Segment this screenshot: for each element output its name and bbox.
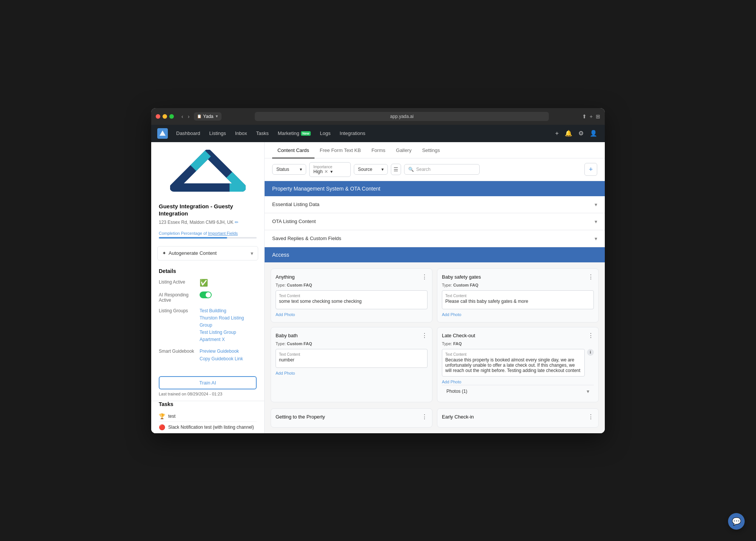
nav-listings[interactable]: Listings: [206, 128, 230, 138]
task-icon-trophy: 🏆: [159, 413, 165, 419]
card-baby-gates-title: Baby safety gates: [442, 274, 481, 280]
search-box[interactable]: 🔍 Search: [404, 164, 480, 175]
add-button[interactable]: +: [584, 163, 597, 176]
sidebar: Guesty Integration - Guesty Integration …: [151, 142, 265, 433]
add-photo-link-3[interactable]: Add Photo: [276, 371, 295, 375]
share-icon[interactable]: ⬆: [582, 113, 587, 119]
forward-button[interactable]: ›: [186, 113, 191, 120]
content-area: Content Cards Free Form Text KB Forms Ga…: [265, 142, 605, 433]
property-address: 123 Essex Rd, Maldon CM9 6JH, UK ✏: [151, 220, 264, 229]
tasks-section: Tasks 🏆 test 🔴 Slack Notification test (…: [151, 401, 264, 433]
gear-icon[interactable]: ⚙: [577, 128, 585, 138]
add-photo-link-2[interactable]: Add Photo: [442, 312, 461, 317]
card-anything-text: some text some checking some checking: [279, 299, 424, 304]
nav-marketing[interactable]: Marketing New: [274, 128, 315, 138]
photos-row[interactable]: Photos (1) ▾: [442, 385, 594, 397]
chevron-down-icon: ▾: [587, 388, 589, 394]
card-baby-bath-menu[interactable]: ⋮: [421, 332, 428, 339]
card-late-checkout-menu[interactable]: ⋮: [588, 332, 594, 339]
ai-responding-toggle[interactable]: [200, 291, 212, 298]
card-late-checkout-text: Because this property is booked almost e…: [445, 357, 581, 373]
access-section-header: Access: [265, 247, 605, 262]
list-view-icon[interactable]: ☰: [391, 164, 401, 175]
listing-active-label: Listing Active: [159, 279, 197, 285]
listing-group-4[interactable]: Apartment X: [200, 336, 257, 343]
card-baby-gates-text-box: Text Content Please call this baby safet…: [442, 290, 594, 309]
completion-section: Completion Percentage of Important Field…: [151, 229, 264, 243]
card-baby-gates-type: Type: Custom FAQ: [442, 283, 594, 287]
close-button[interactable]: [156, 114, 160, 119]
listing-group-2[interactable]: Thurston Road Listing Group: [200, 315, 257, 329]
card-early-checkin-title: Early Check-in: [442, 414, 474, 420]
info-icon[interactable]: ℹ: [587, 349, 594, 356]
status-filter[interactable]: Status ▾: [272, 164, 306, 175]
nav-inbox[interactable]: Inbox: [231, 128, 251, 138]
bottom-cards-grid: Getting to the Property ⋮ Early Check-in…: [265, 408, 605, 433]
card-baby-bath-text: number: [279, 357, 424, 363]
property-name: Guesty Integration - Guesty Integration: [151, 203, 264, 220]
nav-dashboard[interactable]: Dashboard: [172, 128, 204, 138]
chevron-down-icon: ▾: [381, 167, 384, 172]
train-ai-button[interactable]: Train AI: [159, 376, 257, 389]
card-anything-title: Anything: [276, 274, 295, 280]
add-photo-link-1[interactable]: Add Photo: [276, 312, 295, 317]
listing-groups-label: Listing Groups: [159, 307, 197, 313]
listing-group-3[interactable]: Test Listing Group: [200, 329, 257, 336]
ota-listing-row[interactable]: OTA Listing Content ▾: [265, 213, 605, 230]
card-getting-header: Getting to the Property ⋮: [276, 413, 428, 420]
add-photo-link-4[interactable]: Add Photo: [442, 380, 461, 384]
progress-bar: [159, 237, 257, 239]
importance-clear-icon[interactable]: ✕: [324, 169, 328, 174]
user-icon[interactable]: 👤: [588, 128, 599, 138]
tab-gallery[interactable]: Gallery: [391, 142, 417, 158]
card-early-checkin-menu[interactable]: ⋮: [588, 413, 594, 420]
url-bar[interactable]: app.yada.ai: [255, 112, 548, 121]
tabs-icon[interactable]: ⊞: [596, 113, 600, 119]
card-baby-gates-menu[interactable]: ⋮: [588, 273, 594, 281]
card-baby-bath-text-box: Text Content number: [276, 349, 428, 368]
back-button[interactable]: ‹: [180, 113, 185, 120]
fullscreen-button[interactable]: [169, 114, 174, 119]
chat-button[interactable]: 💬: [728, 513, 745, 530]
autogenerate-content[interactable]: ✦ Autogenerate Content ▾: [157, 246, 258, 260]
tab-settings[interactable]: Settings: [417, 142, 445, 158]
chevron-down-icon: ▾: [595, 202, 597, 208]
card-anything-menu[interactable]: ⋮: [421, 273, 428, 281]
important-fields-link[interactable]: Important Fields: [208, 231, 238, 236]
card-late-checkout-header: Late Check-out ⋮: [442, 332, 594, 339]
card-anything-header: Anything ⋮: [276, 273, 428, 281]
app-icon: 📋: [197, 114, 201, 118]
tab-free-form[interactable]: Free Form Text KB: [314, 142, 366, 158]
source-filter[interactable]: Source ▾: [354, 164, 388, 175]
toggle-knob: [206, 292, 211, 298]
copy-guidebook-link[interactable]: Copy Guidebook Link: [200, 355, 257, 363]
card-baby-bath-title: Baby bath: [276, 333, 298, 338]
topnav-right: + 🔔 ⚙ 👤: [554, 128, 599, 138]
card-getting-menu[interactable]: ⋮: [421, 413, 428, 420]
essential-listing-row[interactable]: Essential Listing Data ▾: [265, 196, 605, 213]
plus-icon[interactable]: +: [554, 129, 560, 138]
logo: [157, 128, 168, 139]
card-baby-gates-text: Please call this baby safety gates & mor…: [445, 299, 590, 304]
smart-guidebook-value: Preview Guidebook Copy Guidebook Link: [200, 348, 257, 362]
new-tab-icon[interactable]: +: [590, 113, 593, 119]
bell-icon[interactable]: 🔔: [563, 128, 574, 138]
saved-replies-row[interactable]: Saved Replies & Custom Fields ▾: [265, 230, 605, 247]
ai-responding-label: AI Responding Active: [159, 291, 197, 303]
traffic-lights: [156, 114, 174, 119]
nav-integrations[interactable]: Integrations: [336, 128, 369, 138]
tab-forms[interactable]: Forms: [366, 142, 391, 158]
listing-group-1[interactable]: Test Buildling: [200, 307, 257, 315]
tab-bar: Content Cards Free Form Text KB Forms Ga…: [265, 142, 605, 158]
importance-filter[interactable]: Importance High ✕ ▾: [309, 162, 351, 177]
app-name: Yada: [203, 114, 213, 119]
edit-address-icon[interactable]: ✏: [235, 220, 239, 225]
card-getting-to-property: Getting to the Property ⋮: [271, 408, 432, 428]
nav-logs[interactable]: Logs: [316, 128, 334, 138]
tab-content-cards[interactable]: Content Cards: [272, 142, 314, 158]
nav-tasks[interactable]: Tasks: [253, 128, 273, 138]
preview-guidebook-link[interactable]: Preview Guidebook: [200, 348, 257, 355]
tasks-title: Tasks: [159, 401, 257, 407]
minimize-button[interactable]: [163, 114, 167, 119]
chevron-down-icon: ▾: [330, 169, 333, 174]
